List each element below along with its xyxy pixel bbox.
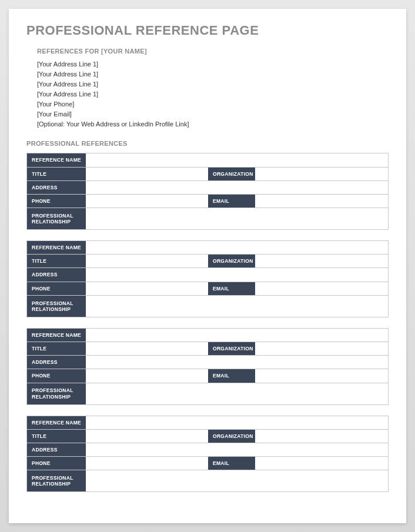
value-email[interactable] bbox=[255, 282, 388, 295]
label-email: EMAIL bbox=[208, 457, 255, 470]
label-organization: ORGANIZATION bbox=[208, 342, 255, 355]
document-page: PROFESSIONAL REFERENCE PAGE REFERENCES F… bbox=[9, 9, 406, 523]
address-line: [Your Email] bbox=[37, 109, 389, 119]
address-line: [Your Address Line 1] bbox=[37, 59, 389, 69]
value-phone[interactable] bbox=[86, 369, 208, 382]
value-professional-relationship[interactable] bbox=[86, 383, 388, 404]
address-line: [Your Phone] bbox=[37, 99, 389, 109]
value-reference-name[interactable] bbox=[86, 329, 388, 342]
value-email[interactable] bbox=[255, 457, 388, 470]
value-organization[interactable] bbox=[255, 168, 388, 180]
reference-block: REFERENCE NAME TITLE ORGANIZATION ADDRES… bbox=[26, 153, 389, 230]
reference-block: REFERENCE NAME TITLE ORGANIZATION ADDRES… bbox=[26, 328, 389, 405]
label-phone: PHONE bbox=[27, 195, 86, 208]
value-address[interactable] bbox=[86, 356, 388, 369]
label-professional-relationship: PROFESSIONAL RELATIONSHIP bbox=[27, 470, 86, 491]
value-organization[interactable] bbox=[255, 430, 388, 443]
label-phone: PHONE bbox=[27, 457, 86, 470]
label-title: TITLE bbox=[27, 430, 86, 443]
label-reference-name: REFERENCE NAME bbox=[27, 329, 86, 342]
value-reference-name[interactable] bbox=[86, 416, 388, 429]
label-address: ADDRESS bbox=[27, 268, 86, 281]
value-title[interactable] bbox=[86, 168, 208, 180]
label-professional-relationship: PROFESSIONAL RELATIONSHIP bbox=[27, 208, 86, 229]
address-block: [Your Address Line 1] [Your Address Line… bbox=[37, 59, 389, 129]
label-title: TITLE bbox=[27, 168, 86, 180]
value-reference-name[interactable] bbox=[86, 153, 388, 166]
label-professional-relationship: PROFESSIONAL RELATIONSHIP bbox=[27, 296, 86, 317]
label-title: TITLE bbox=[27, 342, 86, 355]
value-professional-relationship[interactable] bbox=[86, 296, 388, 317]
label-reference-name: REFERENCE NAME bbox=[27, 153, 86, 166]
value-organization[interactable] bbox=[255, 255, 388, 267]
label-email: EMAIL bbox=[208, 282, 255, 295]
references-for-heading: REFERENCES FOR [YOUR NAME] bbox=[37, 48, 389, 55]
value-professional-relationship[interactable] bbox=[86, 208, 388, 229]
value-reference-name[interactable] bbox=[86, 241, 388, 254]
value-professional-relationship[interactable] bbox=[86, 470, 388, 491]
professional-references-heading: PROFESSIONAL REFERENCES bbox=[26, 140, 389, 147]
value-email[interactable] bbox=[255, 369, 388, 382]
value-email[interactable] bbox=[255, 195, 388, 208]
value-address[interactable] bbox=[86, 181, 388, 194]
value-phone[interactable] bbox=[86, 457, 208, 470]
value-organization[interactable] bbox=[255, 342, 388, 355]
label-organization: ORGANIZATION bbox=[208, 430, 255, 443]
label-organization: ORGANIZATION bbox=[208, 255, 255, 267]
label-reference-name: REFERENCE NAME bbox=[27, 241, 86, 254]
label-phone: PHONE bbox=[27, 369, 86, 382]
address-line: [Your Address Line 1] bbox=[37, 69, 389, 79]
label-professional-relationship: PROFESSIONAL RELATIONSHIP bbox=[27, 383, 86, 404]
page-title: PROFESSIONAL REFERENCE PAGE bbox=[26, 23, 389, 38]
reference-block: REFERENCE NAME TITLE ORGANIZATION ADDRES… bbox=[26, 240, 389, 317]
value-address[interactable] bbox=[86, 268, 388, 281]
label-email: EMAIL bbox=[208, 369, 255, 382]
value-title[interactable] bbox=[86, 255, 208, 267]
address-line: [Optional: Your Web Address or LinkedIn … bbox=[37, 119, 389, 129]
label-title: TITLE bbox=[27, 255, 86, 267]
address-line: [Your Address Line 1] bbox=[37, 79, 389, 89]
value-phone[interactable] bbox=[86, 282, 208, 295]
label-address: ADDRESS bbox=[27, 181, 86, 194]
label-email: EMAIL bbox=[208, 195, 255, 208]
value-phone[interactable] bbox=[86, 195, 208, 208]
label-organization: ORGANIZATION bbox=[208, 168, 255, 180]
value-title[interactable] bbox=[86, 342, 208, 355]
value-title[interactable] bbox=[86, 430, 208, 443]
label-address: ADDRESS bbox=[27, 356, 86, 369]
address-line: [Your Address Line 1] bbox=[37, 89, 389, 99]
label-reference-name: REFERENCE NAME bbox=[27, 416, 86, 429]
value-address[interactable] bbox=[86, 443, 388, 456]
label-phone: PHONE bbox=[27, 282, 86, 295]
reference-block: REFERENCE NAME TITLE ORGANIZATION ADDRES… bbox=[26, 416, 389, 493]
label-address: ADDRESS bbox=[27, 443, 86, 456]
